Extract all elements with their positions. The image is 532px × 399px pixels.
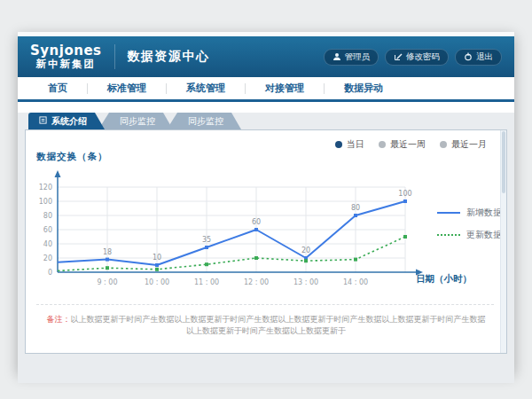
content-area: 系统介绍 同步监控 同步监控 当日 最近一周 — [18, 113, 514, 383]
nav-item-home[interactable]: 首页 — [28, 82, 87, 95]
logo-text-cn: 新中新集团 — [30, 59, 102, 70]
footnote-divider — [36, 304, 494, 305]
footnote-text: 以上数据更新于时间产生数据以上数据更新于时间产生数据以上数据更新于时间产生数据以… — [71, 315, 486, 335]
legend-item-new-data[interactable]: 新增数据 — [437, 207, 502, 219]
dotted-line-swatch — [437, 234, 460, 236]
chart-panel: 当日 最近一周 最近一月 数据交换（条） 0204060801001209 : … — [25, 129, 507, 354]
solid-line-swatch — [437, 212, 460, 214]
logout-button[interactable]: 退出 — [455, 49, 502, 66]
range-selector: 当日 最近一周 最近一月 — [335, 138, 487, 151]
legend-label: 更新数据 — [466, 229, 502, 241]
change-password-button[interactable]: 修改密码 — [385, 49, 449, 66]
tab-sync-monitor-2[interactable]: 同步监控 — [167, 113, 241, 129]
document-icon — [39, 116, 47, 126]
svg-text:0: 0 — [48, 269, 52, 277]
svg-text:11 : 00: 11 : 00 — [194, 278, 219, 286]
svg-text:100: 100 — [39, 198, 52, 206]
app-window: Synjones 新中新集团 数据资源中心 管理员 修改密码 — [18, 32, 514, 372]
user-button[interactable]: 管理员 — [324, 49, 379, 66]
range-option-label: 最近一月 — [451, 138, 487, 151]
app-header: Synjones 新中新集团 数据资源中心 管理员 修改密码 — [18, 36, 514, 77]
logout-label: 退出 — [476, 51, 493, 63]
svg-text:13 : 00: 13 : 00 — [293, 278, 318, 286]
line-chart: 0204060801001209 : 0010 : 0011 : 0012 : … — [31, 169, 432, 295]
svg-text:60: 60 — [43, 226, 52, 234]
logo: Synjones 新中新集团 — [30, 43, 102, 69]
svg-text:18: 18 — [103, 248, 112, 256]
svg-text:12 : 00: 12 : 00 — [244, 278, 269, 286]
svg-text:80: 80 — [351, 204, 360, 212]
svg-text:20: 20 — [43, 254, 52, 262]
svg-text:60: 60 — [252, 218, 261, 226]
range-option-label: 最近一周 — [390, 138, 426, 151]
tab-label: 同步监控 — [120, 115, 155, 128]
y-axis-title: 数据交换（条） — [36, 151, 108, 163]
svg-text:10: 10 — [153, 254, 161, 262]
edit-icon — [394, 52, 403, 61]
legend-item-updated-data[interactable]: 更新数据 — [437, 229, 502, 241]
svg-text:80: 80 — [43, 212, 52, 220]
x-axis-title: 日期（小时） — [416, 273, 472, 286]
svg-text:40: 40 — [43, 240, 52, 248]
radio-dot — [440, 141, 447, 148]
nav-underline — [18, 99, 514, 102]
svg-text:14 : 00: 14 : 00 — [343, 278, 368, 286]
change-password-label: 修改密码 — [406, 51, 440, 63]
user-icon — [332, 52, 341, 61]
tab-system-intro[interactable]: 系统介绍 — [28, 113, 105, 129]
header-actions: 管理员 修改密码 退出 — [324, 49, 503, 66]
footnote: 备注：以上数据更新于时间产生数据以上数据更新于时间产生数据以上数据更新于时间产生… — [43, 314, 489, 336]
page-title: 数据资源中心 — [128, 49, 210, 65]
nav-item-standard-mgmt[interactable]: 标准管理 — [88, 82, 166, 95]
tab-label: 同步监控 — [188, 115, 223, 128]
desktop-background: Synjones 新中新集团 数据资源中心 管理员 修改密码 — [0, 0, 532, 399]
tab-sync-monitor-1[interactable]: 同步监控 — [98, 113, 173, 129]
header-divider — [114, 44, 115, 69]
main-nav: 首页 标准管理 系统管理 对接管理 数据异动 — [18, 77, 514, 99]
legend-label: 新增数据 — [466, 207, 502, 219]
svg-text:10 : 00: 10 : 00 — [145, 278, 169, 286]
scrollbar-thumb[interactable] — [502, 131, 505, 193]
panel-scrollbar[interactable] — [500, 130, 506, 353]
svg-text:100: 100 — [398, 190, 411, 198]
range-option-today[interactable]: 当日 — [335, 138, 364, 151]
nav-item-system-mgmt[interactable]: 系统管理 — [167, 82, 245, 95]
svg-text:120: 120 — [39, 184, 52, 192]
nav-item-interface-mgmt[interactable]: 对接管理 — [246, 82, 324, 95]
logo-text-en: Synjones — [30, 43, 102, 59]
svg-text:9 : 00: 9 : 00 — [97, 278, 117, 286]
tab-bar: 系统介绍 同步监控 同步监控 — [28, 113, 514, 129]
range-option-last-week[interactable]: 最近一周 — [379, 138, 426, 151]
range-option-last-month[interactable]: 最近一月 — [440, 138, 487, 151]
user-button-label: 管理员 — [345, 51, 371, 63]
chart-legend: 新增数据 更新数据 — [437, 207, 502, 241]
tab-label: 系统介绍 — [51, 115, 87, 128]
svg-text:35: 35 — [202, 236, 211, 244]
power-icon — [464, 52, 473, 61]
footnote-label: 备注： — [47, 315, 71, 324]
nav-item-data-change[interactable]: 数据异动 — [325, 82, 403, 95]
range-option-label: 当日 — [347, 138, 364, 151]
radio-dot — [335, 141, 342, 148]
radio-dot — [379, 141, 386, 148]
svg-text:20: 20 — [301, 246, 310, 254]
